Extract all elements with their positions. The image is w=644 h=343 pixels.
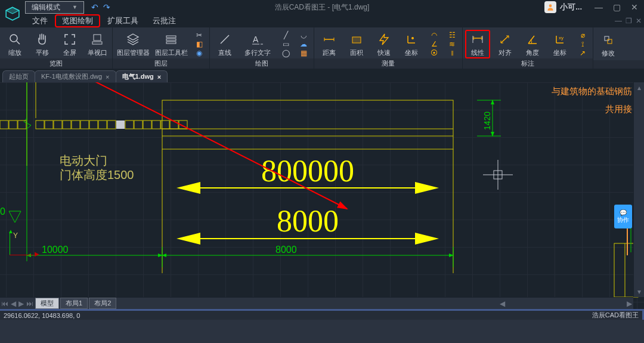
- user-avatar[interactable]: [544, 1, 556, 13]
- ribbon: 缩放 平移 全屏 单视口 览图 图层管理器: [0, 27, 644, 69]
- chat-icon: 💬: [620, 209, 627, 216]
- scrollbar-vertical[interactable]: ▴ ▾: [633, 82, 644, 297]
- tool-coords-m[interactable]: 坐标: [399, 30, 424, 58]
- layer-bar-icon: [163, 32, 179, 47]
- sheet-layout2[interactable]: 布局2: [89, 298, 116, 309]
- status-coords: 29616.0622, 10483.698, 0: [4, 312, 80, 319]
- maximize-button[interactable]: ▢: [609, 2, 624, 13]
- svg-rect-15: [352, 37, 361, 43]
- fullscreen-icon: [62, 32, 78, 47]
- drawing-canvas[interactable]: 电动大门 门体高度1500 800000 8000 10000 8000 0 1…: [0, 82, 644, 309]
- sheet-layout1[interactable]: 布局1: [60, 298, 88, 309]
- tool-layer-mgr[interactable]: 图层管理器: [115, 30, 151, 58]
- mdi-close[interactable]: ✕: [636, 17, 642, 25]
- svg-rect-37: [107, 120, 116, 129]
- svg-rect-38: [125, 120, 134, 129]
- m-s1-icon: ☷: [449, 32, 456, 39]
- scroll-left-icon[interactable]: ◀: [499, 299, 506, 308]
- user-name[interactable]: 小可...: [560, 2, 582, 13]
- circle-icon: ◯: [282, 50, 290, 57]
- tool-measure-stack1[interactable]: ◠∠⦿: [426, 30, 442, 58]
- line-label: 直线: [218, 48, 231, 57]
- viewport-icon: [89, 32, 105, 47]
- tab-start[interactable]: 起始页: [2, 70, 35, 82]
- title-bar: 编辑模式 ▼ ↶ ↷ 浩辰CAD看图王 - [电气1.dwg] 小可... — …: [0, 0, 644, 14]
- menu-cloud-note[interactable]: 云批注: [145, 14, 183, 27]
- pan-label: 平移: [36, 48, 49, 57]
- tool-modify[interactable]: 修改: [596, 30, 621, 60]
- mtext-label: 多行文字: [244, 48, 271, 57]
- tab-start-label: 起始页: [9, 72, 29, 81]
- layer-bar-label: 图层工具栏: [155, 48, 188, 57]
- group-name-draw: 绘图: [210, 58, 314, 69]
- dropdown-icon: ▼: [72, 4, 78, 10]
- dim-s1-icon: ⌀: [581, 32, 585, 39]
- tool-measure-stack2[interactable]: ☷≋⦀: [444, 30, 460, 58]
- menu-ext-tools[interactable]: 扩展工具: [100, 14, 145, 27]
- layer-crop-icon: ✂: [196, 32, 202, 39]
- tool-layer-stack[interactable]: ✂ ◧ ◉: [191, 30, 207, 58]
- svg-point-3: [10, 35, 17, 42]
- close-icon[interactable]: ×: [157, 73, 161, 81]
- tool-linear[interactable]: 线性: [465, 30, 490, 58]
- close-icon[interactable]: ×: [106, 73, 109, 81]
- close-button[interactable]: ✕: [627, 2, 642, 13]
- tool-line[interactable]: 直线: [212, 30, 237, 58]
- tool-mtext[interactable]: A 多行文字: [240, 30, 275, 58]
- tab-kf1[interactable]: KF-1电缆敷设图.dwg×: [35, 70, 116, 82]
- scroll-up-icon[interactable]: ▴: [636, 84, 642, 92]
- tool-draw-stack1[interactable]: ╱▭◯: [278, 30, 293, 58]
- svg-rect-29: [36, 120, 44, 129]
- collaborate-button[interactable]: 💬 协作: [614, 205, 632, 228]
- tool-dim-stack[interactable]: ⌀⟟↗: [575, 30, 590, 58]
- tool-dist[interactable]: 距离: [317, 30, 342, 58]
- ribbon-group-layer: 图层管理器 图层工具栏 ✂ ◧ ◉ 图层: [113, 27, 210, 69]
- app-logo[interactable]: [0, 0, 25, 27]
- mdi-minimize[interactable]: —: [615, 17, 622, 25]
- document-tabs: 起始页 KF-1电缆敷设图.dwg× 电气1.dwg×: [0, 69, 644, 82]
- group-name-end: [593, 60, 644, 69]
- svg-rect-36: [98, 120, 107, 129]
- mtext-icon: A: [250, 32, 265, 47]
- dim-s2-icon: ⟟: [581, 41, 584, 48]
- mode-selector[interactable]: 编辑模式 ▼: [25, 1, 84, 14]
- tab-active-label: 电气1.dwg: [122, 72, 154, 81]
- tool-draw-stack2[interactable]: ◡☁▦: [296, 30, 311, 58]
- redo-icon[interactable]: ↷: [103, 2, 110, 12]
- menu-file[interactable]: 文件: [25, 14, 55, 27]
- minimize-button[interactable]: —: [592, 2, 606, 13]
- layer-misc-icon: ◉: [196, 50, 202, 57]
- linear-icon: [470, 32, 485, 47]
- tool-quick[interactable]: 快速: [371, 30, 397, 58]
- tool-layer-bar[interactable]: 图层工具栏: [153, 30, 189, 58]
- scroll-right-icon[interactable]: ▶: [626, 299, 633, 308]
- tool-angle[interactable]: 角度: [520, 30, 545, 58]
- svg-rect-32: [63, 120, 71, 129]
- sheet-prev-icon[interactable]: ◀: [10, 299, 17, 308]
- tool-area[interactable]: 面积: [344, 30, 369, 58]
- tab-active[interactable]: 电气1.dwg×: [116, 70, 168, 82]
- coords-d-label: 坐标: [553, 48, 566, 57]
- tool-zoom[interactable]: 缩放: [2, 30, 27, 58]
- tool-align[interactable]: 对齐: [493, 30, 518, 58]
- tool-pan[interactable]: 平移: [30, 30, 55, 58]
- svg-text:1420: 1420: [482, 112, 492, 130]
- sheet-last-icon[interactable]: ⏭: [25, 299, 35, 308]
- layer-mgr-icon: [125, 32, 141, 47]
- sheet-next-icon[interactable]: ▶: [17, 299, 25, 308]
- layer-mgr-label: 图层管理器: [117, 48, 150, 57]
- hatch-icon: ▦: [301, 50, 307, 57]
- sheet-model[interactable]: 模型: [35, 298, 59, 309]
- undo-icon[interactable]: ↶: [91, 2, 98, 12]
- mdi-restore[interactable]: ❐: [626, 17, 632, 25]
- tool-fullscreen[interactable]: 全屏: [57, 30, 82, 58]
- svg-text:与建筑物的基础钢筋: 与建筑物的基础钢筋: [552, 86, 632, 96]
- tool-viewport[interactable]: 单视口: [85, 30, 110, 58]
- sheet-first-icon[interactable]: ⏮: [0, 299, 10, 308]
- scroll-down-icon[interactable]: ▾: [636, 288, 642, 296]
- logo-icon: [5, 6, 20, 21]
- tool-coords-d[interactable]: xy 坐标: [547, 30, 572, 58]
- svg-rect-34: [80, 120, 89, 129]
- menu-view-draw[interactable]: 览图绘制: [55, 14, 100, 27]
- modify-label: 修改: [602, 49, 615, 58]
